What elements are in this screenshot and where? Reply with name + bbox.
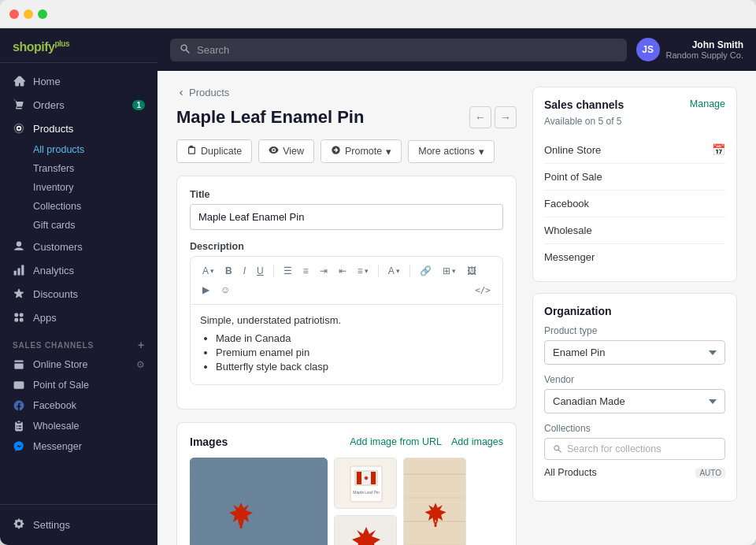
more-actions-button[interactable]: More actions ▾ bbox=[408, 140, 495, 163]
image-button[interactable]: 🖼 bbox=[463, 263, 480, 279]
sidebar-item-messenger[interactable]: Messenger bbox=[0, 436, 158, 457]
sales-channels-panel: Sales channels Manage Available on 5 of … bbox=[532, 87, 737, 282]
svg-rect-18 bbox=[435, 522, 437, 527]
font-color-button[interactable]: A ▾ bbox=[384, 263, 404, 279]
unordered-list-button[interactable]: ☰ bbox=[280, 263, 296, 279]
sidebar-item-apps[interactable]: Apps bbox=[0, 306, 158, 329]
sidebar-item-customers[interactable]: Customers bbox=[0, 235, 158, 258]
collection-auto-badge: AUTO bbox=[695, 468, 725, 478]
breadcrumb-link[interactable]: Products bbox=[189, 87, 229, 98]
title-card-body: Title Description A ▾ B I bbox=[177, 176, 516, 409]
search-icon bbox=[180, 43, 191, 57]
bold-button[interactable]: B bbox=[221, 263, 236, 279]
close-button[interactable] bbox=[9, 9, 19, 19]
product-type-select[interactable]: Enamel Pin bbox=[544, 340, 725, 365]
sales-channels-subtitle: Available on 5 of 5 bbox=[544, 116, 725, 127]
editor-content[interactable]: Simple, understated patriotism. Made in … bbox=[191, 305, 502, 384]
traffic-lights bbox=[9, 9, 47, 19]
sales-channels-header: Sales channels Manage bbox=[544, 98, 725, 114]
sidebar-channel-label: Point of Sale bbox=[33, 380, 89, 391]
vendor-select[interactable]: Canadian Made bbox=[544, 389, 725, 413]
jeans-background bbox=[190, 458, 328, 545]
emoji-button[interactable]: ☺ bbox=[217, 282, 234, 298]
jeans-pattern bbox=[190, 458, 328, 545]
manage-link[interactable]: Manage bbox=[690, 98, 725, 109]
promote-button[interactable]: Promote ▾ bbox=[321, 139, 402, 163]
close-up-image bbox=[335, 516, 397, 545]
online-store-icon bbox=[13, 358, 25, 371]
sidebar-item-transfers[interactable]: Transfers bbox=[0, 159, 158, 178]
italic-button[interactable]: I bbox=[239, 263, 250, 279]
product-type-label: Product type bbox=[544, 325, 725, 336]
calendar-icon[interactable]: 📅 bbox=[712, 143, 725, 156]
collections-label: Collections bbox=[544, 423, 725, 434]
channel-facebook: Facebook bbox=[544, 191, 725, 217]
sidebar-item-online-store[interactable]: Online Store ⚙ bbox=[0, 354, 158, 375]
collections-section: Collections All Products AUTO bbox=[544, 423, 725, 480]
font-size-button[interactable]: A ▾ bbox=[198, 263, 218, 279]
sidebar-item-wholesale[interactable]: Wholesale bbox=[0, 416, 158, 436]
channel-online-store: Online Store 📅 bbox=[544, 136, 725, 164]
view-button[interactable]: View bbox=[258, 139, 314, 163]
package-image: Maple Leaf Pin bbox=[335, 458, 397, 509]
editor: A ▾ B I U ☰ ≡ ⇥ ⇤ ≡ bbox=[190, 256, 503, 385]
add-images-button[interactable]: Add images bbox=[451, 436, 503, 447]
sidebar-channel-label: Wholesale bbox=[33, 421, 79, 432]
outdent-button[interactable]: ⇤ bbox=[335, 263, 350, 279]
ordered-list-button[interactable]: ≡ bbox=[299, 263, 313, 279]
maximize-button[interactable] bbox=[38, 9, 47, 19]
collections-search[interactable] bbox=[544, 438, 725, 460]
indent-button[interactable]: ⇥ bbox=[316, 263, 332, 279]
online-store-settings-icon[interactable]: ⚙ bbox=[136, 359, 145, 370]
next-product-button[interactable]: → bbox=[495, 106, 517, 128]
product-image-thumb-1[interactable]: Maple Leaf Pin bbox=[334, 458, 397, 509]
title-input[interactable] bbox=[190, 204, 503, 230]
collection-tag-all-products: All Products AUTO bbox=[544, 465, 725, 480]
sidebar-item-orders[interactable]: Orders 1 bbox=[0, 93, 158, 117]
source-code-button[interactable]: </> bbox=[471, 283, 495, 298]
sidebar-item-settings[interactable]: Settings bbox=[13, 513, 145, 537]
toolbar-sep-2 bbox=[378, 265, 379, 277]
prev-product-button[interactable]: ← bbox=[469, 106, 491, 128]
sidebar-item-gift-cards[interactable]: Gift cards bbox=[0, 216, 158, 235]
sidebar-item-products[interactable]: Products bbox=[0, 117, 158, 140]
sidebar-item-point-of-sale[interactable]: Point of Sale bbox=[0, 375, 158, 395]
collections-search-input[interactable] bbox=[567, 443, 717, 454]
sidebar-item-analytics[interactable]: Analytics bbox=[0, 258, 158, 282]
align-button[interactable]: ≡ ▾ bbox=[354, 263, 372, 279]
link-button[interactable]: 🔗 bbox=[416, 263, 435, 279]
sidebar-item-label: Home bbox=[33, 76, 61, 87]
sidebar-item-discounts[interactable]: Discounts bbox=[0, 282, 158, 306]
sidebar-item-inventory[interactable]: Inventory bbox=[0, 178, 158, 197]
sidebar-item-facebook[interactable]: Facebook bbox=[0, 395, 158, 416]
sidebar-item-all-products[interactable]: All products bbox=[0, 140, 158, 159]
content-area: Products Maple Leaf Enamel Pin ← → bbox=[158, 71, 756, 545]
product-image-thumb-2[interactable] bbox=[334, 515, 397, 545]
organization-title: Organization bbox=[544, 305, 725, 317]
app-container: shopifyplus Home Orders 1 bbox=[0, 28, 756, 545]
pos-icon bbox=[13, 379, 25, 391]
duplicate-button[interactable]: Duplicate bbox=[176, 139, 252, 163]
user-name: John Smith bbox=[666, 39, 743, 50]
add-sales-channel-icon[interactable]: + bbox=[138, 339, 145, 351]
images-title: Images bbox=[190, 436, 228, 448]
product-image-thumb-3[interactable] bbox=[403, 458, 466, 545]
product-image-main[interactable] bbox=[190, 458, 328, 545]
table-button[interactable]: ⊞ ▾ bbox=[439, 263, 460, 279]
underline-button[interactable]: U bbox=[253, 263, 268, 279]
images-header: Images Add image from URL Add images bbox=[190, 436, 503, 448]
channel-point-of-sale: Point of Sale bbox=[544, 164, 725, 191]
video-button[interactable]: ▶ bbox=[198, 282, 213, 298]
search-input[interactable] bbox=[197, 44, 617, 56]
toolbar-sep-1 bbox=[273, 265, 274, 277]
sidebar-item-home[interactable]: Home bbox=[0, 69, 158, 93]
sidebar-item-collections[interactable]: Collections bbox=[0, 197, 158, 216]
minimize-button[interactable] bbox=[24, 9, 33, 19]
customers-icon bbox=[13, 240, 25, 253]
duplicate-icon bbox=[187, 145, 197, 158]
channel-wholesale: Wholesale bbox=[544, 217, 725, 244]
add-image-url-button[interactable]: Add image from URL bbox=[350, 436, 442, 447]
description-label: Description bbox=[190, 241, 503, 252]
title-bar bbox=[0, 0, 756, 28]
search-bar[interactable] bbox=[170, 39, 627, 61]
